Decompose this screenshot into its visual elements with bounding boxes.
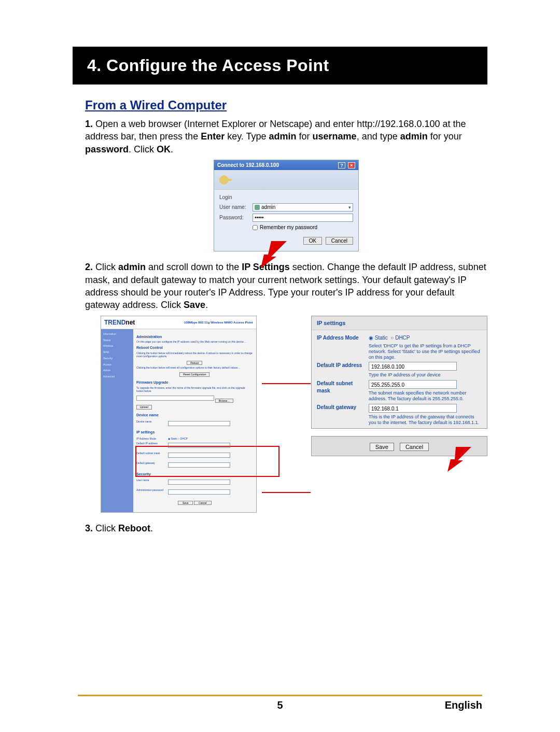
bold: Reboot (118, 523, 150, 533)
help-icon[interactable]: ? (338, 162, 345, 168)
admin-figure: TRENDnet 108Mbps 802.11g Wireless MIMO A… (85, 316, 487, 513)
mask-hint: The subnet mask specifies the network nu… (369, 390, 482, 402)
page: 4. Configure the Access Point From a Wir… (0, 0, 560, 565)
callout-arrow-icon (435, 447, 471, 475)
ip-address-field[interactable]: 192.168.0.100 (369, 362, 457, 371)
step-3: 3. Click Reboot. (85, 522, 487, 534)
devname-label: Device name (136, 420, 165, 428)
admin-panel: TRENDnet 108Mbps 802.11g Wireless MIMO A… (101, 316, 257, 513)
section-title-bar: 4. Configure the Access Point (73, 47, 487, 85)
ip-settings-zoom-wrap: IP settings IP Address Mode ◉ Static ○ D… (311, 316, 487, 456)
reset-description: Clicking the button below will reset all… (136, 366, 253, 369)
bold: admin (269, 131, 297, 142)
login-label: Login (219, 194, 353, 201)
mode-label: IP Address Mode (136, 437, 165, 441)
username-value: admin (261, 204, 275, 211)
sidebar-item[interactable]: Access (103, 363, 131, 367)
device-section-title: Device name (136, 413, 253, 417)
text: . (150, 523, 153, 533)
language-label: English (430, 699, 482, 711)
adminpw-field[interactable] (168, 489, 230, 495)
mode-value: ◉ Static ○ DHCP (168, 437, 253, 441)
ip-zoom-title: IP settings (312, 316, 487, 331)
text: . Click (129, 144, 157, 154)
chevron-down-icon[interactable]: ▾ (348, 204, 351, 210)
ip-settings-zoom: IP settings IP Address Mode ◉ Static ○ D… (311, 316, 487, 429)
password-field[interactable]: ••••• (253, 214, 353, 222)
text: and scroll down to the (146, 262, 242, 272)
mask-field[interactable] (168, 453, 230, 458)
cancel-button[interactable]: Cancel (400, 443, 429, 451)
titlebar-buttons: ? × (337, 162, 355, 169)
mode-radios[interactable]: ◉ Static ○ DHCP (369, 335, 410, 341)
devname-field[interactable] (168, 421, 230, 426)
save-button[interactable]: Save (370, 443, 394, 451)
sidebar-item[interactable]: Security (103, 357, 131, 360)
text: , and type (357, 131, 400, 142)
sidebar-item[interactable]: WAN (103, 350, 131, 354)
gw-label: Default gateway (317, 404, 363, 426)
page-footer: 5 English (0, 695, 560, 711)
text: . (171, 144, 173, 154)
callout-arrow-icon (245, 241, 287, 270)
sidebar-item[interactable]: Advanced (103, 375, 131, 378)
text: Click (95, 262, 118, 272)
text: for (297, 131, 313, 142)
bold: Save (184, 300, 205, 310)
reboot-button[interactable]: Reboot (187, 361, 202, 365)
page-number: 5 (130, 699, 430, 711)
ok-button[interactable]: OK (303, 237, 322, 245)
sidebar-item[interactable]: Admin (103, 369, 131, 372)
firmware-file-field[interactable] (136, 396, 214, 401)
brand-logo: TRENDnet (104, 319, 135, 326)
remember-label: Remember my password (260, 224, 317, 231)
callout-line (262, 492, 311, 493)
browse-button[interactable]: Browse... (215, 399, 233, 403)
upload-button[interactable]: Upload (136, 405, 152, 410)
subsection-heading: From a Wired Computer (85, 98, 487, 112)
gw-field[interactable] (168, 462, 230, 468)
remember-checkbox[interactable] (253, 225, 258, 230)
text: Click (95, 523, 118, 533)
subnet-mask-field[interactable]: 255.255.255.0 (369, 380, 457, 389)
key-icon (219, 175, 229, 185)
ip-field[interactable] (168, 443, 230, 448)
admin-cancel-button[interactable]: Cancel (194, 501, 212, 505)
ip-settings-mini: IP Address Mode◉ Static ○ DHCP Default I… (136, 437, 253, 470)
step-body: Click Reboot. (95, 523, 153, 533)
sidebar-item[interactable]: Wireless (103, 344, 131, 348)
step-number: 2. (85, 262, 93, 272)
username-label: User name: (219, 204, 249, 211)
user-icon (255, 205, 260, 210)
text: for your (428, 131, 462, 142)
reboot-description: Clicking the button below will immediate… (136, 351, 253, 358)
save-bar: Save Cancel (311, 436, 487, 456)
gateway-field[interactable]: 192.168.0.1 (369, 404, 457, 413)
step-1: 1. Open a web browser (Internet Explorer… (85, 118, 487, 251)
text: . (205, 300, 208, 310)
admin-save-button[interactable]: Save (178, 501, 193, 505)
ip-section-title: IP settings (136, 430, 253, 434)
bold: password (85, 144, 129, 154)
user-field[interactable] (168, 480, 230, 485)
sidebar-item[interactable]: Status (103, 339, 131, 342)
bold: username (313, 131, 357, 142)
admin-sidebar: Information Status Wireless WAN Security… (101, 329, 133, 513)
step-body: Open a web browser (Internet Explorer or… (85, 119, 466, 154)
admin-section-title: Administration (136, 334, 253, 339)
bold: OK (157, 144, 171, 154)
cancel-button[interactable]: Cancel (326, 237, 353, 245)
static-option: Static (375, 335, 388, 341)
step-number: 1. (85, 119, 93, 129)
text: key. Type (225, 131, 269, 142)
reset-button[interactable]: Reset Configuration (179, 372, 209, 377)
login-title-text: Connect to 192.168.0.100 (217, 162, 279, 169)
ip-label: Default IP address (317, 362, 363, 378)
security-section-title: Security (136, 472, 253, 476)
callout-line (262, 383, 311, 384)
gw-hint: This is the IP address of the gateway th… (369, 414, 482, 426)
username-field[interactable]: admin ▾ (253, 203, 353, 212)
sidebar-item[interactable]: Information (103, 332, 131, 336)
close-icon[interactable]: × (348, 162, 355, 168)
firmware-description: To upgrade the firmware, enter the name … (136, 386, 253, 392)
